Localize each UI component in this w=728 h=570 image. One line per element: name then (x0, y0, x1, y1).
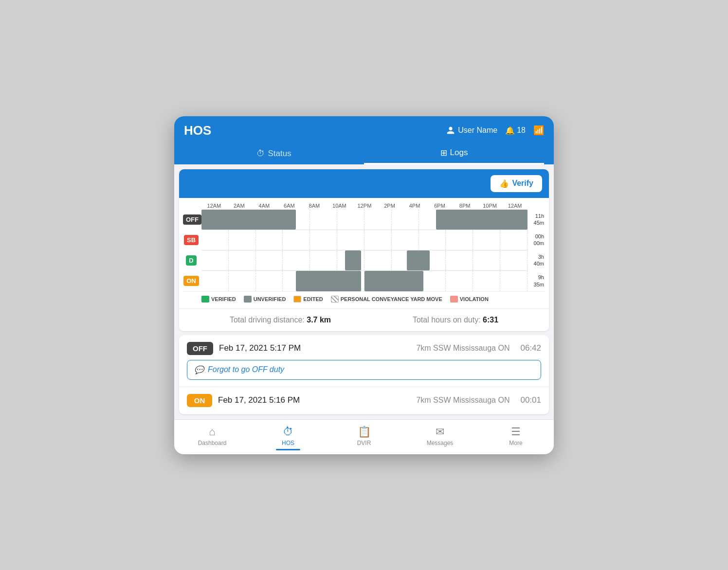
hos-indicator (276, 449, 300, 450)
log-1-comment-text: Forgot to go OFF duty (208, 365, 284, 374)
hos-nav-label: HOS (282, 440, 294, 446)
tab-logs[interactable]: ⊞ Logs (364, 143, 544, 164)
tab-status[interactable]: ⏱ Status (184, 143, 364, 164)
off-label: OFF (183, 214, 200, 225)
d-label: D (183, 255, 200, 266)
legend-unverified: UNVERIFIED (244, 296, 286, 303)
off-bar-2 (436, 210, 528, 230)
header-right: User Name 🔔 18 📶 (446, 125, 544, 136)
gl-sb4 (283, 230, 310, 250)
notification-area[interactable]: 🔔 18 (505, 126, 526, 135)
chart-area: 12AM 2AM 4AM 6AM 8AM 10AM 12PM 2PM 4PM 6… (179, 198, 549, 308)
gl-sb8 (392, 230, 419, 250)
header-top: HOS User Name 🔔 18 📶 (184, 123, 544, 143)
gl-on1 (201, 271, 229, 291)
nav-dashboard[interactable]: ⌂ Dashboard (174, 424, 250, 452)
time-label-8am: 8AM (302, 203, 327, 209)
dashboard-icon: ⌂ (209, 426, 215, 438)
gl-d7 (364, 250, 392, 270)
gl8 (392, 210, 419, 230)
bottom-nav: ⌂ Dashboard ⏱ HOS 📋 DVIR ✉ Messages ☰ Mo… (174, 419, 554, 454)
legend-edited: EDITED (293, 296, 323, 303)
driving-distance-stat: Total driving distance: 3.7 km (230, 316, 331, 324)
gl-on2 (229, 271, 256, 291)
gl-on12 (500, 271, 528, 291)
time-label-2pm: 2PM (377, 203, 402, 209)
log-2-status-badge: ON (187, 394, 212, 407)
time-label-12am2: 12AM (502, 203, 528, 209)
verify-label: Verify (512, 179, 533, 188)
verify-button[interactable]: 👍 Verify (491, 175, 542, 192)
unverified-box (244, 296, 252, 303)
log-1-datetime: Feb 17, 2021 5:17 PM (219, 343, 410, 353)
gl-sb9 (419, 230, 446, 250)
log-1-duration: 06:42 (520, 343, 541, 353)
time-label-10pm: 10PM (477, 203, 503, 209)
on-bar-2 (364, 271, 423, 291)
edited-box (293, 296, 301, 303)
username-label: User Name (458, 126, 497, 135)
nav-dvir[interactable]: 📋 DVIR (326, 424, 402, 452)
gl6 (337, 210, 364, 230)
driving-distance-label: Total driving distance: (230, 316, 305, 324)
hos-row-d: D (201, 250, 528, 271)
notification-count: 18 (517, 126, 526, 135)
time-label-4pm: 4PM (402, 203, 427, 209)
log-entry-1-top: OFF Feb 17, 2021 5:17 PM 7km SSW Mississ… (187, 342, 541, 355)
gl-d3 (256, 250, 283, 270)
gl-d10 (446, 250, 473, 270)
d-duration: 3h40m (528, 253, 544, 267)
on-grid (201, 271, 528, 291)
sb-badge: SB (184, 235, 199, 245)
gl-sb5 (310, 230, 337, 250)
log-1-status-badge: OFF (187, 342, 213, 355)
gl5 (310, 210, 337, 230)
user-icon (446, 126, 455, 135)
d-grid (201, 250, 528, 270)
logs-tab-icon: ⊞ (440, 148, 447, 158)
off-duration: 11h45m (528, 213, 544, 227)
hos-row-on: ON (201, 271, 528, 291)
pc-ym-label: PERSONAL CONVEYANCE YARD MOVE (341, 296, 442, 302)
log-2-datetime: Feb 17, 2021 5:16 PM (218, 395, 410, 405)
log-2-location: 7km SSW Mississauga ON (416, 396, 510, 405)
legend-pc-ym: PERSONAL CONVEYANCE YARD MOVE (331, 296, 442, 303)
time-axis: 12AM 2AM 4AM 6AM 8AM 10AM 12PM 2PM 4PM 6… (183, 203, 545, 209)
gl-sb3 (256, 230, 283, 250)
on-duration: 9h35m (528, 274, 544, 288)
log-entry-2[interactable]: ON Feb 17, 2021 5:16 PM 7km SSW Mississa… (179, 387, 549, 414)
wifi-icon: 📶 (533, 125, 544, 136)
log-entries: OFF Feb 17, 2021 5:17 PM 7km SSW Mississ… (179, 335, 549, 414)
bell-icon: 🔔 (505, 126, 515, 135)
gl-sb1 (201, 230, 229, 250)
nav-messages[interactable]: ✉ Messages (402, 424, 478, 452)
time-label-4am: 4AM (252, 203, 277, 209)
hours-on-duty-value: 6:31 (483, 316, 498, 324)
nav-more[interactable]: ☰ More (478, 424, 554, 452)
status-tab-label: Status (268, 149, 291, 159)
gl-sb12 (500, 230, 528, 250)
gl7 (364, 210, 392, 230)
verified-label: VERIFIED (211, 296, 236, 302)
log-entry-1[interactable]: OFF Feb 17, 2021 5:17 PM 7km SSW Mississ… (179, 335, 549, 387)
dvir-icon: 📋 (358, 426, 371, 438)
header: HOS User Name 🔔 18 📶 ⏱ Status (174, 116, 554, 164)
log-1-comment: 💬 Forgot to go OFF duty (187, 360, 541, 380)
hours-on-duty-label: Total hours on duty: (413, 316, 481, 324)
messages-icon: ✉ (436, 426, 444, 438)
comment-bubble-icon: 💬 (194, 365, 204, 374)
device-frame: HOS User Name 🔔 18 📶 ⏱ Status (174, 116, 554, 454)
driving-distance-value: 3.7 km (307, 316, 331, 324)
on-badge: ON (183, 276, 199, 286)
chart-legend: VERIFIED UNVERIFIED EDITED PERSONAL CONV… (183, 291, 545, 306)
sb-grid (201, 230, 528, 250)
chart-header: 👍 Verify (179, 169, 549, 198)
gl-sb6 (337, 230, 364, 250)
sb-duration: 00h00m (528, 233, 544, 247)
nav-hos[interactable]: ⏱ HOS (250, 424, 326, 452)
violation-label: VIOLATION (460, 296, 489, 302)
off-bar-1 (201, 210, 296, 230)
edited-label: EDITED (303, 296, 323, 302)
grid-lines-sb (201, 230, 528, 250)
more-icon: ☰ (511, 426, 521, 438)
